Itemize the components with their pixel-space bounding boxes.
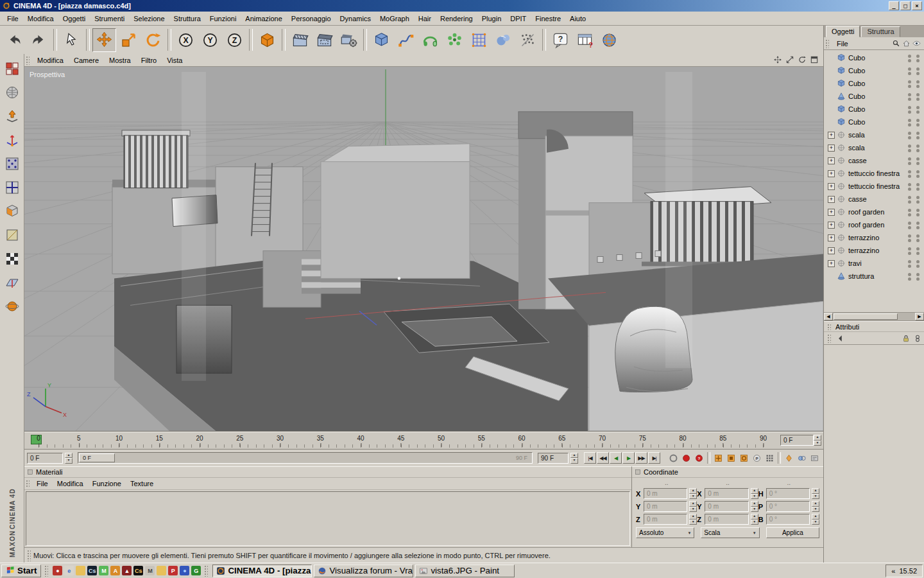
viewport-menu-camere[interactable]: Camere — [69, 55, 104, 66]
add-deformer-button[interactable] — [467, 28, 491, 52]
record-rotation-button[interactable] — [738, 452, 750, 464]
menu-funzioni[interactable]: Funzioni — [205, 13, 241, 24]
cs-dark-icon[interactable]: Cs — [133, 566, 143, 575]
coordinate-field[interactable]: 0 m — [644, 488, 687, 499]
viewport-menu-filtro[interactable]: Filtro — [136, 55, 162, 66]
object-list-hscrollbar[interactable]: ◀ ▶ — [824, 312, 924, 321]
keyframe-selection-button[interactable] — [783, 452, 795, 464]
online-help-button[interactable] — [597, 28, 621, 52]
viewport-3d[interactable]: Y X Z Prospettiva — [24, 67, 823, 432]
redo-button[interactable] — [27, 28, 51, 52]
materials-list-area[interactable] — [26, 491, 630, 546]
scroll-left-icon[interactable]: ◀ — [824, 313, 833, 320]
add-array-button[interactable] — [443, 28, 466, 52]
current-frame-spinner[interactable] — [65, 453, 73, 464]
add-particles-button[interactable] — [516, 28, 540, 52]
object-row[interactable]: +roof garden — [824, 218, 924, 231]
autokey-button[interactable] — [667, 452, 680, 464]
coordinate-spinner[interactable] — [689, 501, 697, 512]
goto-start-button[interactable]: |◀ — [584, 452, 596, 464]
render-view-button[interactable] — [288, 28, 312, 52]
object-row[interactable]: +terrazzino — [824, 244, 924, 257]
frame-range-slider[interactable]: 0 F 90 F — [78, 452, 533, 464]
render-region-button[interactable] — [312, 28, 336, 52]
timeline-ruler[interactable]: 051015202530354045505560657075808590 0 F — [24, 432, 823, 450]
expand-toggle[interactable]: + — [828, 157, 835, 164]
search-icon[interactable] — [892, 39, 900, 48]
coordinate-spinner[interactable] — [812, 501, 819, 512]
object-row[interactable]: +casse — [824, 154, 924, 167]
tray-chevron[interactable]: « — [891, 567, 895, 575]
expand-toggle[interactable]: + — [828, 247, 835, 254]
coordinate-field[interactable]: 0 m — [705, 501, 748, 512]
prev-frame-button[interactable]: ◀ — [610, 452, 622, 464]
coordinate-field[interactable]: 0 m — [644, 501, 687, 512]
add-cube-button[interactable] — [370, 28, 393, 52]
object-row[interactable]: +tettuccio finestra — [824, 180, 924, 193]
coordinate-spinner[interactable] — [751, 514, 758, 525]
acrobat-icon[interactable]: ▲ — [122, 566, 132, 575]
attr-back-icon[interactable] — [836, 334, 845, 343]
menu-rendering[interactable]: Rendering — [436, 13, 477, 24]
object-row[interactable]: +tettuccio finestra — [824, 167, 924, 180]
apply-button[interactable]: Applica — [766, 527, 819, 538]
home-icon[interactable] — [902, 39, 911, 48]
prev-key-button[interactable]: ◀◀ — [597, 452, 609, 464]
texture-mode-icon[interactable] — [3, 249, 22, 268]
move-button[interactable] — [92, 28, 116, 52]
help-button[interactable]: ? — [549, 28, 572, 52]
record-parameter-button[interactable]: P — [751, 452, 763, 464]
green-app-icon[interactable]: G — [191, 566, 201, 575]
render-settings-button[interactable] — [337, 28, 361, 52]
end-frame-field[interactable]: 90 F — [538, 453, 569, 464]
object-row[interactable]: +casse — [824, 193, 924, 206]
materials-menu-file[interactable]: File — [32, 478, 53, 489]
menu-mograph[interactable]: MoGraph — [375, 13, 414, 24]
coordinate-spinner[interactable] — [689, 514, 697, 525]
scroll-thumb[interactable] — [834, 313, 898, 320]
object-row[interactable]: +Cubo — [824, 90, 924, 103]
visibility-dots[interactable] — [908, 67, 920, 75]
viewport-menu-modifica[interactable]: Modifica — [32, 55, 69, 66]
visibility-dots[interactable] — [908, 247, 920, 255]
internet-explorer-icon[interactable]: e — [64, 566, 74, 575]
menu-file[interactable]: File — [832, 39, 853, 49]
menu-strumenti[interactable]: Strumenti — [90, 13, 129, 24]
scroll-track[interactable] — [833, 313, 915, 320]
visibility-dots[interactable] — [908, 55, 920, 62]
coordinate-spinner[interactable] — [689, 488, 697, 499]
visibility-dots[interactable] — [908, 273, 920, 281]
add-nurbs-button[interactable] — [418, 28, 442, 52]
task-firefox[interactable]: Visualizza forum - Vray f... — [314, 565, 413, 577]
coordinate-field[interactable]: 0 m — [644, 514, 687, 525]
menu-oggetti[interactable]: Oggetti — [58, 13, 90, 24]
visibility-dots[interactable] — [908, 157, 920, 165]
panel-grip[interactable] — [826, 333, 831, 343]
folder-open-icon[interactable] — [157, 566, 166, 575]
object-row[interactable]: +terrazzino — [824, 231, 924, 244]
make-editable-icon[interactable] — [3, 107, 22, 126]
object-row[interactable]: +Cubo — [824, 77, 924, 90]
play-button[interactable]: ▶ — [622, 452, 635, 464]
materials-menu-modifica[interactable]: Modifica — [53, 478, 88, 489]
viewport-menu-vista[interactable]: Vista — [162, 55, 187, 66]
options-button[interactable] — [809, 452, 821, 464]
materials-menu-texture[interactable]: Texture — [126, 478, 158, 489]
menu-personaggio[interactable]: Personaggio — [287, 13, 336, 24]
menu-animazione[interactable]: Animazione — [241, 13, 286, 24]
viewport-rotate-icon[interactable] — [797, 55, 807, 66]
visibility-dots[interactable] — [908, 183, 920, 191]
start-button[interactable]: Start — [1, 565, 41, 577]
visibility-dots[interactable] — [908, 106, 920, 114]
browser-blue-icon[interactable]: ● — [180, 566, 189, 575]
workplane-mode-icon[interactable] — [3, 273, 22, 292]
object-axis-mode-icon[interactable] — [3, 130, 22, 150]
task-c4d[interactable]: CINEMA 4D - [piazza d... — [212, 565, 312, 577]
taskbar-grip[interactable] — [44, 565, 48, 577]
viewport-zoom-icon[interactable] — [785, 55, 795, 66]
expand-toggle[interactable]: + — [828, 234, 835, 241]
media-player-icon[interactable]: ● — [53, 566, 62, 575]
eye-icon[interactable] — [912, 39, 921, 48]
goto-end-button[interactable]: ▶| — [648, 452, 660, 464]
ruler-frame-spinner[interactable] — [814, 435, 821, 446]
